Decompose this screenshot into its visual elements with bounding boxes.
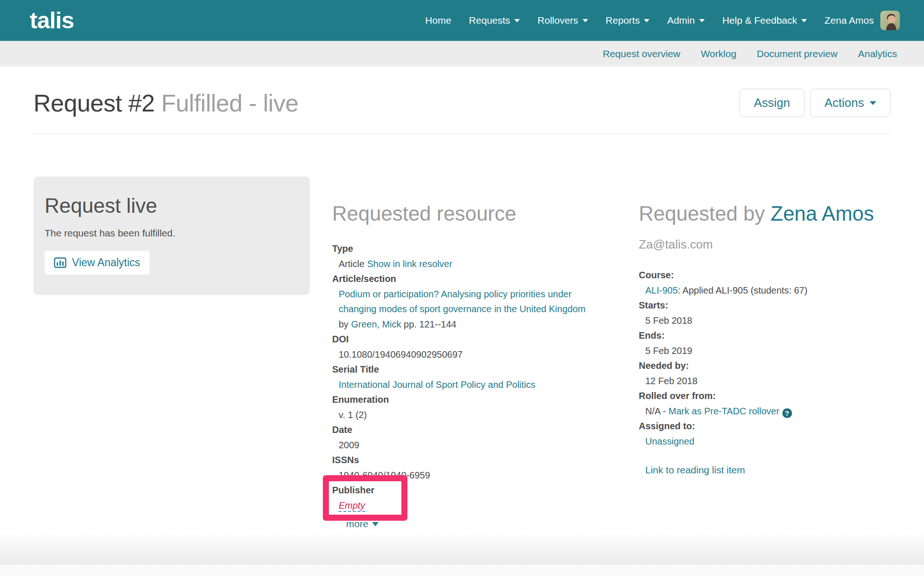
nav-item-reports[interactable]: Reports — [606, 15, 650, 26]
user-name: Zena Amos — [825, 15, 874, 26]
course-code-link[interactable]: ALI-905 — [645, 285, 678, 295]
nav-item-help-feedback[interactable]: Help & Feedback — [722, 15, 807, 26]
date-value: 2009 — [332, 438, 595, 453]
pre-tadc-rollover-link[interactable]: Mark as Pre-TADC rollover — [668, 406, 780, 416]
header-buttons: Assign Actions — [740, 89, 891, 117]
article-author-link[interactable]: Green, Mick — [351, 319, 401, 329]
chevron-down-icon — [801, 19, 807, 22]
requester-name-link[interactable]: Zena Amos — [771, 202, 874, 225]
requested-by-heading: Requested by Zena Amos — [639, 202, 891, 225]
needed-by-label: Needed by: — [639, 358, 891, 373]
serial-title-link[interactable]: International Journal of Sport Policy an… — [339, 380, 536, 390]
rolled-over-label: Rolled over from: — [639, 388, 891, 404]
enumeration-value: v. 1 (2) — [332, 407, 595, 423]
starts-label: Starts: — [639, 298, 891, 313]
talis-logo[interactable]: talis — [30, 7, 74, 34]
subnav-request-overview[interactable]: Request overview — [603, 48, 681, 59]
help-icon[interactable]: ? — [782, 408, 792, 418]
nav-item-home[interactable]: Home — [425, 15, 451, 26]
chevron-down-icon — [870, 101, 876, 105]
unassigned-link[interactable]: Unassigned — [645, 436, 695, 446]
rolled-over-value: N/A - Mark as Pre-TADC rollover? — [639, 404, 891, 419]
article-section-label: Article/section — [332, 271, 611, 287]
type-label: Type — [332, 241, 611, 256]
request-number: Request #2 — [33, 90, 155, 117]
requested-resource-section: Requested resource Type Article Show in … — [332, 177, 611, 530]
page: talis Home Requests Rollovers Reports Ad… — [0, 0, 924, 576]
assigned-to-label: Assigned to: — [639, 419, 891, 434]
header-divider — [33, 134, 891, 134]
publisher-value: Empty — [332, 498, 595, 513]
page-header: Request #2 Fulfilled - live Assign Actio… — [33, 89, 891, 117]
bottom-fade — [0, 531, 924, 564]
publisher-group: Publisher Empty — [332, 483, 611, 513]
serial-title-value: International Journal of Sport Policy an… — [332, 377, 595, 393]
reading-list-item-link[interactable]: Link to reading list item — [645, 465, 745, 476]
user-avatar[interactable] — [880, 11, 900, 30]
date-label: Date — [332, 422, 611, 438]
enumeration-label: Enumeration — [332, 392, 611, 407]
view-analytics-button[interactable]: View Analytics — [45, 251, 150, 275]
avatar-photo-icon — [880, 11, 900, 30]
assigned-to-value: Unassigned — [639, 434, 891, 449]
article-title-link[interactable]: Podium or participation? Analysing polic… — [339, 289, 585, 314]
request-status-card: Request live The request has been fulfil… — [33, 177, 310, 295]
requested-resource-heading: Requested resource — [332, 202, 611, 225]
bar-chart-icon — [54, 257, 66, 268]
show-in-link-resolver-link[interactable]: Show in link resolver — [367, 259, 452, 269]
starts-value: 5 Feb 2018 — [639, 313, 891, 328]
requester-fields: Course: ALI-905: Applied ALI-905 (studen… — [639, 268, 891, 449]
serial-title-label: Serial Title — [332, 362, 611, 377]
requester-email: Za@talis.com — [639, 237, 891, 252]
requested-by-section: Requested by Zena Amos Za@talis.com Cour… — [639, 177, 891, 476]
top-navbar: talis Home Requests Rollovers Reports Ad… — [0, 0, 924, 41]
main-nav: Home Requests Rollovers Reports Admin He… — [425, 15, 806, 26]
publisher-label: Publisher — [332, 483, 611, 498]
nav-item-rollovers[interactable]: Rollovers — [537, 15, 588, 26]
status-card-title: Request live — [45, 194, 296, 217]
request-subnav: Request overview Worklog Document previe… — [0, 41, 924, 66]
resource-fields: Type Article Show in link resolver Artic… — [332, 241, 611, 513]
chevron-down-icon — [699, 19, 705, 22]
more-toggle[interactable]: more — [346, 518, 379, 530]
page-title: Request #2 Fulfilled - live — [33, 89, 298, 117]
nav-item-requests[interactable]: Requests — [469, 15, 520, 26]
subnav-analytics[interactable]: Analytics — [858, 48, 897, 59]
user-menu[interactable]: Zena Amos — [825, 11, 900, 30]
course-label: Course: — [639, 268, 891, 283]
needed-by-value: 12 Feb 2018 — [639, 373, 891, 389]
ends-label: Ends: — [639, 328, 891, 343]
ends-value: 5 Feb 2019 — [639, 343, 891, 359]
assign-button[interactable]: Assign — [740, 89, 805, 117]
chevron-down-icon — [583, 19, 588, 22]
issn-value: 1940-6940/1940-6959 — [332, 468, 595, 483]
chevron-down-icon — [644, 19, 649, 22]
chevron-down-icon — [514, 19, 520, 22]
doi-value: 10.1080/19406940902950697 — [332, 347, 595, 362]
issn-label: ISSNs — [332, 452, 611, 468]
chevron-down-icon — [372, 522, 379, 526]
course-value: ALI-905: Applied ALI-905 (students: 67) — [639, 283, 891, 298]
type-value: Article Show in link resolver — [332, 256, 595, 272]
bottom-strip — [0, 564, 924, 576]
request-status: Fulfilled - live — [161, 90, 298, 117]
content-columns: Request live The request has been fulfil… — [33, 177, 891, 530]
subnav-worklog[interactable]: Worklog — [701, 48, 736, 59]
status-card-message: The request has been fulfilled. — [45, 228, 296, 239]
nav-item-admin[interactable]: Admin — [667, 15, 705, 26]
doi-label: DOI — [332, 332, 611, 347]
subnav-document-preview[interactable]: Document preview — [757, 48, 838, 59]
article-section-value: Podium or participation? Analysing polic… — [332, 287, 595, 332]
actions-button[interactable]: Actions — [810, 89, 891, 117]
publisher-empty-link[interactable]: Empty — [339, 500, 365, 512]
main-content: Request #2 Fulfilled - live Assign Actio… — [0, 89, 924, 530]
